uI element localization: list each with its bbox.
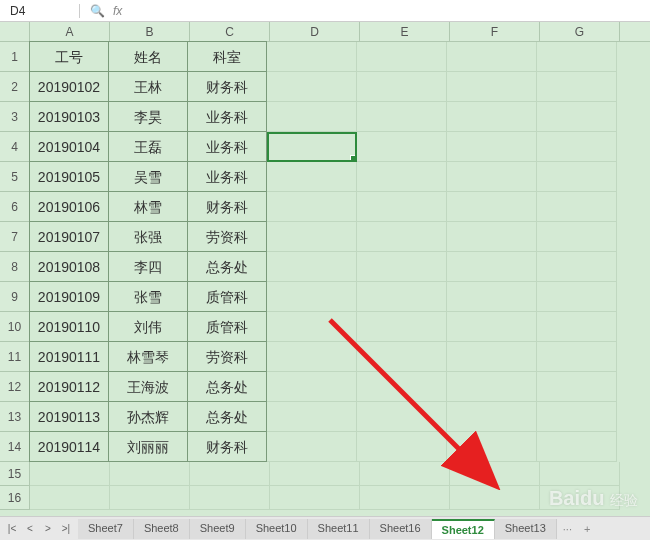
row-header[interactable]: 3	[0, 102, 30, 132]
cell[interactable]: 林雪	[108, 191, 188, 222]
cell[interactable]	[540, 462, 620, 486]
cell[interactable]	[447, 162, 537, 192]
cell[interactable]	[447, 282, 537, 312]
cell[interactable]	[537, 132, 617, 162]
cell[interactable]	[357, 222, 447, 252]
search-icon[interactable]: 🔍	[90, 4, 105, 18]
cell[interactable]: 总务处	[187, 401, 267, 432]
cell[interactable]	[537, 252, 617, 282]
cell[interactable]: 李四	[108, 251, 188, 282]
cell[interactable]: 刘丽丽	[108, 431, 188, 462]
cell[interactable]	[447, 42, 537, 72]
cell[interactable]: 工号	[29, 41, 109, 72]
cell[interactable]: 张强	[108, 221, 188, 252]
nav-prev-icon[interactable]: <	[22, 521, 38, 537]
cell[interactable]: 20190109	[29, 281, 109, 312]
cell[interactable]	[267, 102, 357, 132]
sheet-tab[interactable]: Sheet16	[370, 519, 432, 539]
cell[interactable]	[357, 432, 447, 462]
cell[interactable]	[447, 432, 537, 462]
tab-more-icon[interactable]: ···	[557, 523, 578, 535]
select-all-corner[interactable]	[0, 22, 30, 41]
cell[interactable]	[447, 342, 537, 372]
nav-last-icon[interactable]: >|	[58, 521, 74, 537]
row-header[interactable]: 8	[0, 252, 30, 282]
cell[interactable]	[537, 432, 617, 462]
cell[interactable]	[190, 486, 270, 510]
cell[interactable]	[537, 222, 617, 252]
sheet-tab[interactable]: Sheet8	[134, 519, 190, 539]
cell[interactable]: 20190108	[29, 251, 109, 282]
cell[interactable]: 20190107	[29, 221, 109, 252]
cell[interactable]	[267, 252, 357, 282]
cell[interactable]	[110, 486, 190, 510]
cell[interactable]	[267, 372, 357, 402]
cell[interactable]: 劳资科	[187, 341, 267, 372]
cell[interactable]: 质管科	[187, 311, 267, 342]
cell[interactable]	[357, 102, 447, 132]
cell[interactable]	[447, 72, 537, 102]
cell[interactable]	[357, 282, 447, 312]
cell[interactable]: 20190105	[29, 161, 109, 192]
row-header[interactable]: 2	[0, 72, 30, 102]
cell[interactable]	[357, 132, 447, 162]
row-header[interactable]: 4	[0, 132, 30, 162]
col-header-B[interactable]: B	[110, 22, 190, 41]
col-header-E[interactable]: E	[360, 22, 450, 41]
nav-first-icon[interactable]: |<	[4, 521, 20, 537]
sheet-tab[interactable]: Sheet11	[308, 519, 370, 539]
spreadsheet-grid[interactable]: A B C D E F G 1工号姓名科室220190102王林财务科32019…	[0, 22, 650, 510]
cell[interactable]	[267, 402, 357, 432]
cell[interactable]	[360, 486, 450, 510]
cell[interactable]	[537, 312, 617, 342]
cell[interactable]	[447, 222, 537, 252]
sheet-tab[interactable]: Sheet10	[246, 519, 308, 539]
cell[interactable]	[447, 192, 537, 222]
cell[interactable]	[537, 282, 617, 312]
cell[interactable]: 财务科	[187, 71, 267, 102]
cell[interactable]	[267, 342, 357, 372]
row-header[interactable]: 14	[0, 432, 30, 462]
cell[interactable]: 20190103	[29, 101, 109, 132]
row-header[interactable]: 1	[0, 42, 30, 72]
cell[interactable]	[537, 162, 617, 192]
cell[interactable]: 业务科	[187, 101, 267, 132]
cell[interactable]	[267, 282, 357, 312]
cell[interactable]	[267, 42, 357, 72]
sheet-tab[interactable]: Sheet12	[432, 519, 495, 539]
cell[interactable]: 李昊	[108, 101, 188, 132]
cell[interactable]	[30, 486, 110, 510]
cell[interactable]	[267, 192, 357, 222]
col-header-A[interactable]: A	[30, 22, 110, 41]
cell[interactable]	[447, 102, 537, 132]
cell[interactable]	[267, 222, 357, 252]
cell[interactable]: 孙杰辉	[108, 401, 188, 432]
name-box[interactable]: D4	[0, 4, 80, 18]
cell[interactable]: 20190102	[29, 71, 109, 102]
cell[interactable]	[537, 402, 617, 432]
cell[interactable]: 总务处	[187, 371, 267, 402]
cell[interactable]: 劳资科	[187, 221, 267, 252]
row-header[interactable]: 12	[0, 372, 30, 402]
cell[interactable]	[360, 462, 450, 486]
cell[interactable]: 财务科	[187, 191, 267, 222]
row-header[interactable]: 13	[0, 402, 30, 432]
cell[interactable]	[357, 342, 447, 372]
cell[interactable]	[267, 432, 357, 462]
col-header-F[interactable]: F	[450, 22, 540, 41]
cell[interactable]	[537, 102, 617, 132]
cell[interactable]	[447, 252, 537, 282]
row-header[interactable]: 15	[0, 462, 30, 486]
nav-next-icon[interactable]: >	[40, 521, 56, 537]
cell[interactable]: 20190110	[29, 311, 109, 342]
cell[interactable]	[537, 342, 617, 372]
sheet-tab[interactable]: Sheet13	[495, 519, 557, 539]
cell[interactable]: 质管科	[187, 281, 267, 312]
row-header[interactable]: 16	[0, 486, 30, 510]
tab-add-icon[interactable]: +	[578, 523, 596, 535]
cell[interactable]	[267, 72, 357, 102]
col-header-D[interactable]: D	[270, 22, 360, 41]
cell[interactable]	[447, 402, 537, 432]
cell[interactable]	[357, 312, 447, 342]
cell[interactable]	[357, 372, 447, 402]
